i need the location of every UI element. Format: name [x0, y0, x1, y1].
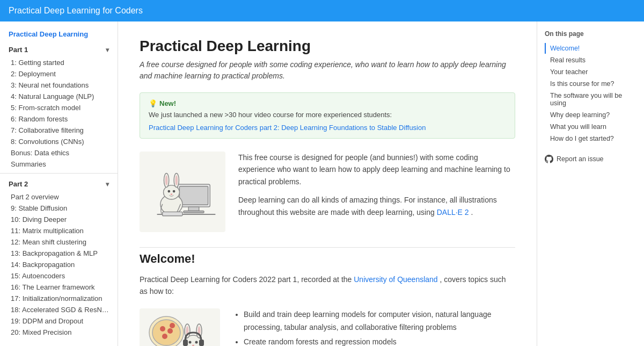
link-welcome[interactable]: Welcome!	[545, 43, 636, 54]
link-software[interactable]: The software you will be using	[545, 90, 636, 109]
svg-point-30	[195, 341, 198, 343]
content-text: This free course is designed for people …	[238, 152, 515, 232]
link-started[interactable]: How do I get started?	[545, 133, 636, 144]
bunny-svg-2	[142, 308, 217, 346]
sidebar-item-item-bonus[interactable]: Bonus: Data ethics	[0, 147, 118, 158]
sidebar-divider	[0, 173, 118, 174]
svg-point-11	[167, 190, 170, 193]
chevron-down-icon-2: ▾	[106, 181, 109, 188]
svg-point-20	[170, 323, 175, 328]
content-section: This free course is designed for people …	[140, 152, 515, 232]
sidebar-item-item-summaries[interactable]: Summaries	[0, 158, 118, 170]
sidebar-item-item-7[interactable]: 7: Collaborative filtering	[0, 125, 118, 136]
bullet-list: Build and train deep learning models for…	[233, 308, 515, 346]
sidebar-item-item-2[interactable]: 2: Deployment	[0, 68, 118, 80]
sidebar-item-item-6[interactable]: 6: Random forests	[0, 113, 118, 125]
sidebar-item-item-19[interactable]: 19: DDPM and Dropout	[0, 315, 118, 327]
new-banner-link[interactable]: Practical Deep Learning for Coders part …	[149, 124, 426, 132]
svg-rect-27	[183, 340, 188, 346]
sidebar: Practical Deep Learning Part 1 ▾ 1: Gett…	[0, 21, 118, 346]
main-content: Practical Deep Learning A free course de…	[118, 21, 537, 346]
bunny-svg-1	[145, 154, 220, 229]
svg-point-13	[171, 193, 173, 195]
topbar-title: Practical Deep Learning for Coders	[9, 6, 143, 16]
university-link[interactable]: University of Queensland	[354, 275, 437, 284]
sidebar-item-item-8[interactable]: 8: Convolutions (CNNs)	[0, 136, 118, 147]
welcome-title: Welcome!	[140, 247, 515, 266]
sidebar-item-item-14[interactable]: 14: Backpropagation	[0, 259, 118, 270]
right-panel: On this page Welcome!Real resultsYour te…	[537, 21, 644, 346]
svg-point-17	[160, 326, 165, 331]
sidebar-item-item-9[interactable]: 9: Stable Diffusion	[0, 203, 118, 214]
bunny-image-2	[140, 308, 220, 346]
sidebar-item-item-16[interactable]: 16: The Learner framework	[0, 282, 118, 293]
svg-rect-28	[199, 340, 204, 346]
svg-rect-3	[184, 211, 204, 213]
topbar: Practical Deep Learning for Coders	[0, 0, 644, 21]
on-page-title: On this page	[545, 30, 636, 38]
sidebar-item-item-15[interactable]: 15: Autoencoders	[0, 270, 118, 282]
new-banner-text: We just launched a new >30 hour video co…	[149, 111, 506, 119]
svg-point-16	[152, 320, 180, 345]
new-label: 💡 New!	[149, 99, 506, 107]
sidebar-item-item-3[interactable]: 3: Neural net foundations	[0, 80, 118, 91]
svg-point-12	[173, 190, 175, 193]
list-item: Create random forests and regression mod…	[244, 336, 515, 346]
sidebar-part2-header: Part 2 ▾	[0, 177, 118, 191]
description-2: Deep learning can do all kinds of amazin…	[238, 194, 515, 218]
sidebar-item-item-20[interactable]: 20: Mixed Precision	[0, 327, 118, 338]
bullets-section: Build and train deep learning models for…	[140, 308, 515, 346]
page-title: Practical Deep Learning	[140, 38, 515, 55]
subtitle: A free course designed for people with s…	[140, 59, 515, 82]
layout: Practical Deep Learning Part 1 ▾ 1: Gett…	[0, 21, 644, 346]
link-learn[interactable]: What you will learn	[545, 121, 636, 132]
description-1: This free course is designed for people …	[238, 152, 515, 188]
sidebar-part1-label: Part 1	[9, 46, 28, 54]
link-teacher[interactable]: Your teacher	[545, 67, 636, 77]
svg-point-10	[175, 175, 178, 185]
svg-rect-2	[188, 207, 199, 211]
bunny-image-1	[140, 152, 225, 232]
sidebar-part1-items: 1: Getting started2: Deployment3: Neural…	[0, 57, 118, 170]
github-icon	[545, 155, 553, 163]
sidebar-item-item-11[interactable]: 11: Matrix multiplication	[0, 225, 118, 236]
sidebar-item-item-18[interactable]: 18: Accelerated SGD & ResNets	[0, 304, 118, 315]
link-forme[interactable]: Is this course for me?	[545, 78, 636, 89]
sidebar-item-item-17[interactable]: 17: Initialization/normalization	[0, 293, 118, 304]
svg-point-19	[162, 334, 167, 339]
report-issue-link[interactable]: Report an issue	[545, 155, 636, 163]
bulb-icon: 💡	[149, 99, 157, 107]
report-issue-text: Report an issue	[557, 155, 604, 163]
welcome-intro: Practical Deep Learning for Coders 2022 …	[140, 273, 515, 298]
sidebar-item-item-12[interactable]: 12: Mean shift clustering	[0, 236, 118, 248]
sidebar-item-item-5[interactable]: 5: From-scratch model	[0, 102, 118, 113]
svg-point-9	[165, 175, 168, 185]
chevron-down-icon: ▾	[106, 46, 109, 54]
sidebar-part2-items: Part 2 overview9: Stable Diffusion10: Di…	[0, 191, 118, 338]
sidebar-item-item-10[interactable]: 10: Diving Deeper	[0, 214, 118, 225]
sidebar-part1-header: Part 1 ▾	[0, 42, 118, 57]
sidebar-part2-label: Part 2	[9, 180, 28, 188]
svg-point-18	[167, 328, 173, 334]
svg-point-29	[189, 341, 192, 343]
sidebar-item-item-13[interactable]: 13: Backpropagation & MLP	[0, 248, 118, 259]
sidebar-item-item-p2-overview[interactable]: Part 2 overview	[0, 191, 118, 203]
list-item: Build and train deep learning models for…	[244, 308, 515, 334]
svg-rect-1	[179, 186, 208, 205]
dalle-link[interactable]: DALL·E 2	[437, 208, 469, 217]
sidebar-item-item-4[interactable]: 4: Natural Language (NLP)	[0, 91, 118, 102]
svg-rect-14	[163, 212, 182, 215]
on-page-links: Welcome!Real resultsYour teacherIs this …	[545, 43, 636, 144]
sidebar-item-item-1[interactable]: 1: Getting started	[0, 57, 118, 68]
link-results[interactable]: Real results	[545, 55, 636, 66]
new-banner: 💡 New! We just launched a new >30 hour v…	[140, 92, 515, 139]
link-why[interactable]: Why deep learning?	[545, 110, 636, 120]
sidebar-main-link[interactable]: Practical Deep Learning	[0, 28, 118, 42]
